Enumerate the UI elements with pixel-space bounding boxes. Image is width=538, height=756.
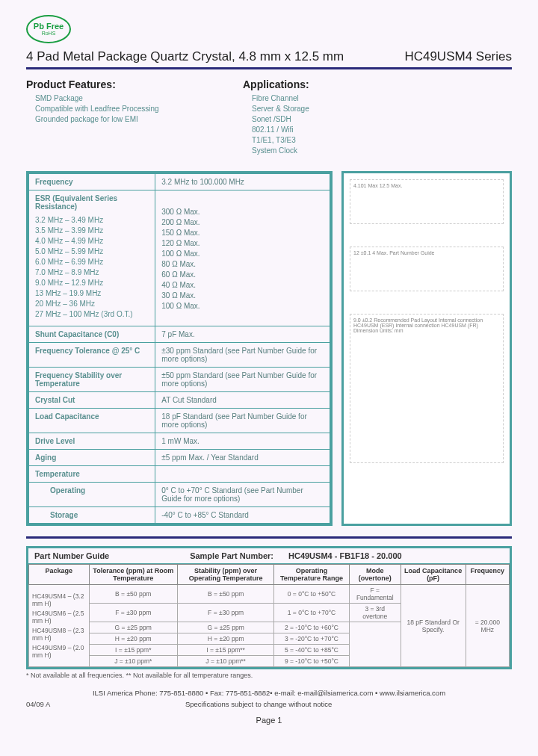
table-row: Crystal CutAT Cut Standard	[29, 392, 330, 409]
main-layout: Frequency3.2 MHz to 100.000 MHzESR (Equi…	[26, 171, 512, 526]
table-row: HC49USM4 – (3.2 mm H)HC49USM6 – (2.5 mm …	[29, 585, 510, 604]
list-item: Sonet /SDH	[252, 114, 392, 125]
page-title: 4 Pad Metal Package Quartz Crystal, 4.8 …	[26, 49, 344, 64]
part-number-guide: Part Number Guide Sample Part Number: HC…	[26, 546, 512, 669]
diagram-side-view: 12 ±0.1 4 Max. Part Number Guide	[350, 247, 504, 291]
rev-label: 04/09 A	[26, 699, 50, 709]
table-row: Shunt Capacitance (C0)7 pF Max.	[29, 326, 330, 343]
list-item: Compatible with Leadfree Processing	[35, 104, 220, 114]
list-item: SMD Package	[35, 93, 220, 104]
divider	[26, 67, 512, 69]
footer-row2: 04/09 A Specifications subject to change…	[26, 699, 512, 709]
list-item: T1/E1, T3/E3	[252, 135, 392, 146]
diag-label: 12 ±0.1 4 Max. Part Number Guide	[353, 250, 435, 255]
col-header: Stability (ppm) over Operating Temperatu…	[178, 565, 274, 585]
col-header: Frequency	[466, 565, 509, 585]
diag-label: 9.0 ±0.2 Recommended Pad Layout Internal…	[353, 317, 483, 333]
table-row: Operating0° C to +70° C Standard (see Pa…	[29, 483, 330, 507]
table-row: Storage-40° C to +85° C Standard	[29, 507, 330, 524]
divider	[26, 536, 512, 539]
pb-free-badge: Pb Free RoHS	[26, 15, 71, 43]
list-item: 802.11 / Wifi	[252, 125, 392, 135]
pn-sample-value: HC49USM4 - FB1F18 - 20.000	[273, 551, 402, 560]
datasheet-page: Pb Free RoHS 4 Pad Metal Package Quartz …	[0, 0, 538, 756]
features-applications-row: Product Features: SMD PackageCompatible …	[26, 78, 512, 156]
pn-table: PackageTolerance (ppm) at Room Temperatu…	[28, 564, 510, 667]
col-header: Tolerance (ppm) at Room Temperature	[89, 565, 177, 585]
notice: Specifications subject to change without…	[185, 699, 332, 709]
applications-heading: Applications:	[243, 78, 392, 90]
list-item: Server & Storage	[252, 104, 392, 114]
badge-sub: RoHS	[42, 31, 56, 36]
col-header: Operating Temperature Range	[274, 565, 350, 585]
table-row: Aging±5 ppm Max. / Year Standard	[29, 450, 330, 466]
spec-table: Frequency3.2 MHz to 100.000 MHzESR (Equi…	[28, 173, 330, 524]
table-row: ESR (Equivalent Series Resistance)3.2 MH…	[29, 190, 330, 326]
header-row: 4 Pad Metal Package Quartz Crystal, 4.8 …	[26, 49, 512, 64]
table-header-row: PackageTolerance (ppm) at Room Temperatu…	[29, 565, 510, 585]
spacer	[467, 699, 512, 709]
table-row: Load Capacitance18 pF Standard (see Part…	[29, 409, 330, 433]
features-list: SMD PackageCompatible with Leadfree Proc…	[26, 93, 220, 125]
badge-main: Pb Free	[34, 22, 64, 31]
col-header: Load Capacitance (pF)	[401, 565, 466, 585]
applications-column: Applications: Fibre ChannelServer & Stor…	[243, 78, 392, 156]
spec-table-container: Frequency3.2 MHz to 100.000 MHzESR (Equi…	[26, 171, 333, 526]
series-label: HC49USM4 Series	[404, 49, 512, 64]
list-item: System Clock	[252, 146, 392, 156]
diagram-pad-layout: 9.0 ±0.2 Recommended Pad Layout Internal…	[350, 314, 504, 463]
footer: ILSI America Phone: 775-851-8880 • Fax: …	[26, 688, 512, 710]
features-heading: Product Features:	[26, 78, 220, 90]
table-row: Temperature	[29, 466, 330, 483]
list-item: Fibre Channel	[252, 93, 392, 104]
pn-header: Part Number Guide Sample Part Number: HC…	[28, 548, 510, 564]
diag-label: 4.101 Max 12.5 Max.	[353, 183, 402, 188]
footer-contact: ILSI America Phone: 775-851-8880 • Fax: …	[26, 688, 512, 698]
col-header: Package	[29, 565, 90, 585]
features-column: Product Features: SMD PackageCompatible …	[26, 78, 220, 156]
list-item: Grounded package for low EMI	[35, 114, 220, 125]
col-header: Mode (overtone)	[349, 565, 401, 585]
diagram-top-view: 4.101 Max 12.5 Max.	[350, 179, 504, 224]
table-row: Frequency Tolerance @ 25° C±30 ppm Stand…	[29, 343, 330, 368]
pn-title: Part Number Guide	[34, 551, 169, 560]
footnote: * Not available at all frequencies. ** N…	[26, 672, 512, 679]
table-row: Drive Level1 mW Max.	[29, 433, 330, 450]
page-number: Page 1	[26, 716, 512, 725]
table-row: Frequency Stability over Temperature±50 …	[29, 368, 330, 392]
table-row: Frequency3.2 MHz to 100.000 MHz	[29, 174, 330, 190]
applications-list: Fibre ChannelServer & StorageSonet /SDH8…	[243, 93, 392, 156]
mechanical-diagram: 4.101 Max 12.5 Max. 12 ±0.1 4 Max. Part …	[341, 171, 512, 526]
pn-sample-label: Sample Part Number:	[169, 551, 273, 560]
